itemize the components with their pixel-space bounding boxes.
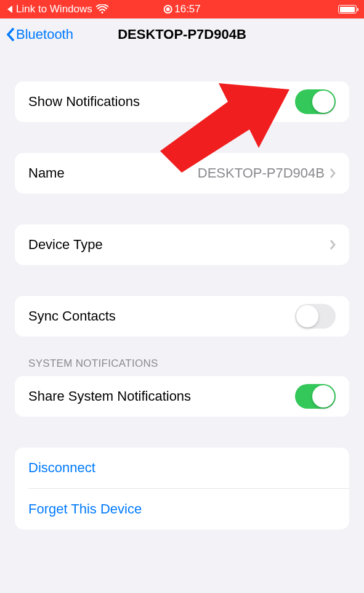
show-notifications-row[interactable]: Show Notifications — [15, 81, 349, 122]
device-type-row[interactable]: Device Type — [15, 224, 349, 265]
sync-contacts-label: Sync Contacts — [28, 308, 116, 324]
sync-contacts-row[interactable]: Sync Contacts — [15, 296, 349, 337]
status-time: 16:57 — [174, 3, 201, 15]
device-type-label: Device Type — [28, 237, 103, 253]
status-back-to-app[interactable]: Link to Windows — [7, 3, 108, 15]
back-button-label: Bluetooth — [16, 27, 73, 43]
wifi-icon — [96, 4, 108, 14]
battery-icon — [338, 5, 357, 14]
status-bar: Link to Windows 16:57 — [0, 0, 364, 18]
share-system-notifications-toggle[interactable] — [295, 384, 336, 409]
status-time-area: 16:57 — [163, 3, 201, 15]
recording-icon — [163, 5, 172, 14]
svg-point-0 — [101, 12, 103, 14]
system-notifications-header: SYSTEM NOTIFICATIONS — [15, 358, 349, 376]
forget-device-label: Forget This Device — [28, 501, 142, 517]
sync-contacts-toggle[interactable] — [295, 304, 336, 329]
device-name-value: DESKTOP-P7D904B — [198, 165, 325, 181]
navigation-bar: Bluetooth DESKTOP-P7D904B — [0, 18, 364, 51]
page-title: DESKTOP-P7D904B — [118, 27, 246, 43]
back-button[interactable]: Bluetooth — [6, 27, 73, 43]
chevron-right-icon — [330, 168, 336, 179]
show-notifications-label: Show Notifications — [28, 94, 140, 110]
status-battery-area — [338, 5, 357, 14]
show-notifications-toggle[interactable] — [295, 89, 336, 114]
share-system-notifications-label: Share System Notifications — [28, 388, 191, 404]
disconnect-label: Disconnect — [28, 460, 95, 476]
disconnect-button[interactable]: Disconnect — [15, 448, 349, 488]
forget-device-button[interactable]: Forget This Device — [15, 489, 349, 530]
device-name-label: Name — [28, 165, 65, 181]
chevron-left-icon — [6, 27, 15, 42]
device-name-row[interactable]: Name DESKTOP-P7D904B — [15, 153, 349, 194]
back-triangle-icon — [7, 6, 12, 13]
chevron-right-icon — [330, 239, 336, 250]
share-system-notifications-row[interactable]: Share System Notifications — [15, 376, 349, 417]
status-back-app-label: Link to Windows — [16, 3, 92, 15]
